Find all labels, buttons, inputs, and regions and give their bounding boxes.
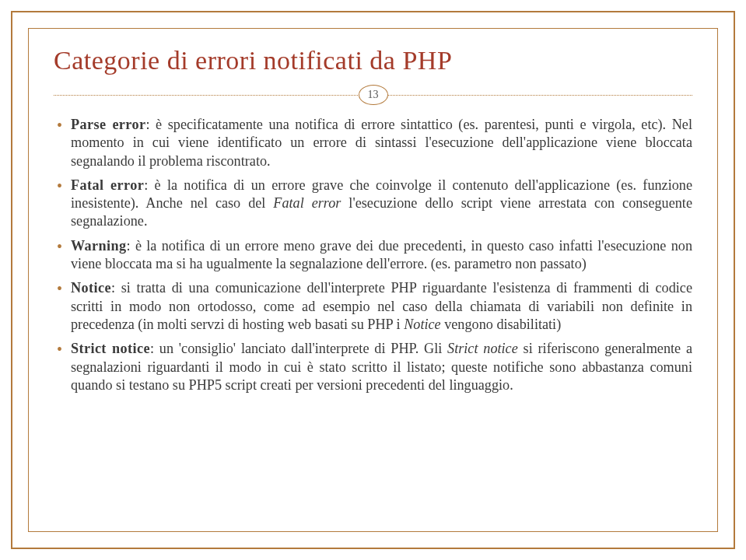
term-strict-notice: Strict notice <box>71 341 150 356</box>
term-parse-error: Parse error <box>71 117 145 132</box>
bullet-list: Parse error: è specificatamente una noti… <box>54 116 692 394</box>
body-warning: : è la notifica di un errore meno grave … <box>71 238 692 271</box>
divider-row: 13 <box>54 85 692 105</box>
term-notice: Notice <box>71 280 111 296</box>
term-fatal-error: Fatal error <box>71 177 144 193</box>
body-parse-error: : è specificatamente una notifica di err… <box>71 117 692 169</box>
bullet-item-parse-error: Parse error: è specificatamente una noti… <box>54 116 692 170</box>
bullet-item-fatal-error: Fatal error: è la notifica di un errore … <box>54 177 692 231</box>
slide-title: Categorie di errori notificati da PHP <box>54 46 692 75</box>
bullet-item-warning: Warning: è la notifica di un errore meno… <box>54 237 692 274</box>
term-warning: Warning <box>71 238 127 254</box>
outer-frame: Categorie di errori notificati da PHP 13… <box>11 11 735 549</box>
page-number-badge: 13 <box>359 85 388 105</box>
inner-frame: Categorie di errori notificati da PHP 13… <box>28 28 718 532</box>
bullet-item-notice: Notice: si tratta di una comunicazione d… <box>54 279 692 334</box>
body-notice: : si tratta di una comunicazione dell'in… <box>71 280 692 332</box>
body-strict-notice: : un 'consiglio' lanciato dall'interpret… <box>71 341 692 393</box>
body-fatal-error: : è la notifica di un errore grave che c… <box>71 177 692 229</box>
bullet-item-strict-notice: Strict notice: un 'consiglio' lanciato d… <box>54 340 692 394</box>
